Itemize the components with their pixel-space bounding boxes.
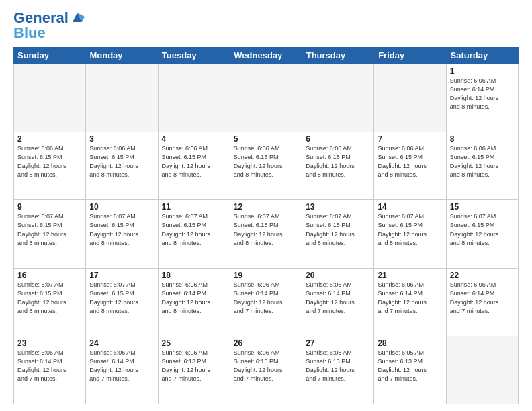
calendar-day-18: 18Sunrise: 6:06 AM Sunset: 6:14 PM Dayli… — [159, 269, 230, 336]
calendar-day-15: 15Sunrise: 6:07 AM Sunset: 6:15 PM Dayli… — [447, 200, 519, 268]
day-info: Sunrise: 6:07 AM Sunset: 6:15 PM Dayligh… — [306, 212, 370, 247]
calendar-day-3: 3Sunrise: 6:06 AM Sunset: 6:15 PM Daylig… — [86, 132, 158, 200]
calendar-day-26: 26Sunrise: 6:06 AM Sunset: 6:13 PM Dayli… — [230, 336, 302, 404]
logo: General Blue — [13, 11, 85, 40]
day-number: 26 — [234, 338, 298, 348]
day-info: Sunrise: 6:06 AM Sunset: 6:15 PM Dayligh… — [162, 144, 226, 179]
header-day-friday: Friday — [374, 47, 446, 64]
page: General Blue SundayMondayTuesdayWednesda… — [0, 0, 532, 411]
calendar-day-11: 11Sunrise: 6:07 AM Sunset: 6:15 PM Dayli… — [159, 200, 230, 268]
calendar-week-1: 1Sunrise: 6:06 AM Sunset: 6:14 PM Daylig… — [14, 64, 519, 132]
calendar-day-6: 6Sunrise: 6:06 AM Sunset: 6:15 PM Daylig… — [302, 132, 374, 200]
day-number: 5 — [234, 134, 298, 144]
day-number: 23 — [17, 338, 82, 348]
day-number: 10 — [89, 202, 154, 212]
calendar-day-22: 22Sunrise: 6:06 AM Sunset: 6:14 PM Dayli… — [447, 269, 519, 336]
calendar-week-5: 23Sunrise: 6:06 AM Sunset: 6:14 PM Dayli… — [14, 336, 519, 404]
day-number: 7 — [378, 134, 442, 144]
day-info: Sunrise: 6:07 AM Sunset: 6:15 PM Dayligh… — [378, 212, 442, 247]
calendar-body: 1Sunrise: 6:06 AM Sunset: 6:14 PM Daylig… — [13, 64, 519, 404]
header-day-tuesday: Tuesday — [158, 47, 230, 64]
day-info: Sunrise: 6:06 AM Sunset: 6:13 PM Dayligh… — [234, 349, 298, 383]
calendar-week-4: 16Sunrise: 6:07 AM Sunset: 6:15 PM Dayli… — [14, 269, 519, 336]
calendar-day-25: 25Sunrise: 6:06 AM Sunset: 6:13 PM Dayli… — [159, 336, 230, 404]
calendar-week-2: 2Sunrise: 6:06 AM Sunset: 6:15 PM Daylig… — [14, 132, 519, 200]
calendar-day-24: 24Sunrise: 6:06 AM Sunset: 6:14 PM Dayli… — [86, 336, 158, 404]
calendar-day-16: 16Sunrise: 6:07 AM Sunset: 6:15 PM Dayli… — [14, 269, 86, 336]
day-info: Sunrise: 6:06 AM Sunset: 6:15 PM Dayligh… — [17, 144, 82, 179]
day-number: 17 — [89, 271, 154, 280]
calendar-day-20: 20Sunrise: 6:06 AM Sunset: 6:14 PM Dayli… — [302, 269, 374, 336]
day-number: 12 — [234, 202, 298, 212]
header-day-sunday: Sunday — [13, 47, 85, 64]
day-number: 6 — [306, 134, 370, 144]
day-info: Sunrise: 6:06 AM Sunset: 6:15 PM Dayligh… — [378, 144, 442, 179]
calendar-day-13: 13Sunrise: 6:07 AM Sunset: 6:15 PM Dayli… — [302, 200, 374, 268]
day-info: Sunrise: 6:07 AM Sunset: 6:15 PM Dayligh… — [17, 212, 82, 247]
day-number: 8 — [450, 134, 515, 144]
day-info: Sunrise: 6:07 AM Sunset: 6:15 PM Dayligh… — [234, 212, 298, 247]
calendar-day-8: 8Sunrise: 6:06 AM Sunset: 6:15 PM Daylig… — [447, 132, 519, 200]
day-number: 20 — [306, 271, 370, 280]
calendar-day-19: 19Sunrise: 6:06 AM Sunset: 6:14 PM Dayli… — [230, 269, 302, 336]
calendar-day-4: 4Sunrise: 6:06 AM Sunset: 6:15 PM Daylig… — [159, 132, 230, 200]
logo-icon — [70, 10, 85, 25]
day-info: Sunrise: 6:06 AM Sunset: 6:14 PM Dayligh… — [450, 281, 515, 316]
day-number: 25 — [162, 338, 226, 348]
logo-text2: Blue — [13, 26, 85, 40]
calendar-day-23: 23Sunrise: 6:06 AM Sunset: 6:14 PM Dayli… — [14, 336, 86, 404]
day-number: 4 — [162, 134, 226, 144]
day-info: Sunrise: 6:06 AM Sunset: 6:14 PM Dayligh… — [306, 281, 370, 316]
day-number: 27 — [306, 338, 370, 348]
header-day-monday: Monday — [85, 47, 157, 64]
day-info: Sunrise: 6:06 AM Sunset: 6:13 PM Dayligh… — [162, 349, 226, 383]
calendar-day-28: 28Sunrise: 6:05 AM Sunset: 6:13 PM Dayli… — [374, 336, 446, 404]
day-number: 19 — [234, 271, 298, 280]
calendar-day-1: 1Sunrise: 6:06 AM Sunset: 6:14 PM Daylig… — [447, 64, 519, 132]
header: General Blue — [13, 11, 519, 40]
calendar-day-empty — [374, 64, 446, 132]
day-info: Sunrise: 6:07 AM Sunset: 6:15 PM Dayligh… — [89, 281, 154, 316]
day-number: 9 — [17, 202, 82, 212]
day-number: 1 — [450, 66, 515, 76]
day-number: 28 — [378, 338, 442, 348]
day-info: Sunrise: 6:07 AM Sunset: 6:15 PM Dayligh… — [17, 281, 82, 316]
calendar-day-17: 17Sunrise: 6:07 AM Sunset: 6:15 PM Dayli… — [86, 269, 158, 336]
day-info: Sunrise: 6:06 AM Sunset: 6:15 PM Dayligh… — [89, 144, 154, 179]
day-number: 18 — [162, 271, 226, 280]
day-number: 15 — [450, 202, 515, 212]
day-info: Sunrise: 6:05 AM Sunset: 6:13 PM Dayligh… — [378, 349, 442, 383]
calendar: SundayMondayTuesdayWednesdayThursdayFrid… — [13, 47, 519, 404]
day-info: Sunrise: 6:07 AM Sunset: 6:15 PM Dayligh… — [450, 212, 515, 247]
day-info: Sunrise: 6:06 AM Sunset: 6:14 PM Dayligh… — [234, 281, 298, 316]
day-number: 22 — [450, 271, 515, 280]
day-number: 21 — [378, 271, 442, 280]
header-day-thursday: Thursday — [302, 47, 374, 64]
calendar-day-empty — [230, 64, 302, 132]
day-number: 11 — [162, 202, 226, 212]
calendar-day-10: 10Sunrise: 6:07 AM Sunset: 6:15 PM Dayli… — [86, 200, 158, 268]
day-number: 13 — [306, 202, 370, 212]
day-number: 14 — [378, 202, 442, 212]
calendar-header: SundayMondayTuesdayWednesdayThursdayFrid… — [13, 47, 519, 64]
day-info: Sunrise: 6:06 AM Sunset: 6:15 PM Dayligh… — [234, 144, 298, 179]
calendar-day-27: 27Sunrise: 6:05 AM Sunset: 6:13 PM Dayli… — [302, 336, 374, 404]
day-number: 2 — [17, 134, 82, 144]
day-info: Sunrise: 6:06 AM Sunset: 6:15 PM Dayligh… — [306, 144, 370, 179]
calendar-day-9: 9Sunrise: 6:07 AM Sunset: 6:15 PM Daylig… — [14, 200, 86, 268]
day-info: Sunrise: 6:06 AM Sunset: 6:15 PM Dayligh… — [450, 144, 515, 179]
calendar-day-14: 14Sunrise: 6:07 AM Sunset: 6:15 PM Dayli… — [374, 200, 446, 268]
logo-text: General — [13, 11, 69, 26]
calendar-day-empty — [302, 64, 374, 132]
day-info: Sunrise: 6:07 AM Sunset: 6:15 PM Dayligh… — [162, 212, 226, 247]
header-day-saturday: Saturday — [447, 47, 519, 64]
calendar-day-empty — [86, 64, 158, 132]
calendar-day-2: 2Sunrise: 6:06 AM Sunset: 6:15 PM Daylig… — [14, 132, 86, 200]
calendar-day-empty — [447, 336, 519, 404]
calendar-day-empty — [14, 64, 86, 132]
calendar-day-empty — [159, 64, 230, 132]
day-info: Sunrise: 6:06 AM Sunset: 6:14 PM Dayligh… — [17, 349, 82, 383]
calendar-day-12: 12Sunrise: 6:07 AM Sunset: 6:15 PM Dayli… — [230, 200, 302, 268]
calendar-week-3: 9Sunrise: 6:07 AM Sunset: 6:15 PM Daylig… — [14, 200, 519, 268]
day-info: Sunrise: 6:05 AM Sunset: 6:13 PM Dayligh… — [306, 349, 370, 383]
